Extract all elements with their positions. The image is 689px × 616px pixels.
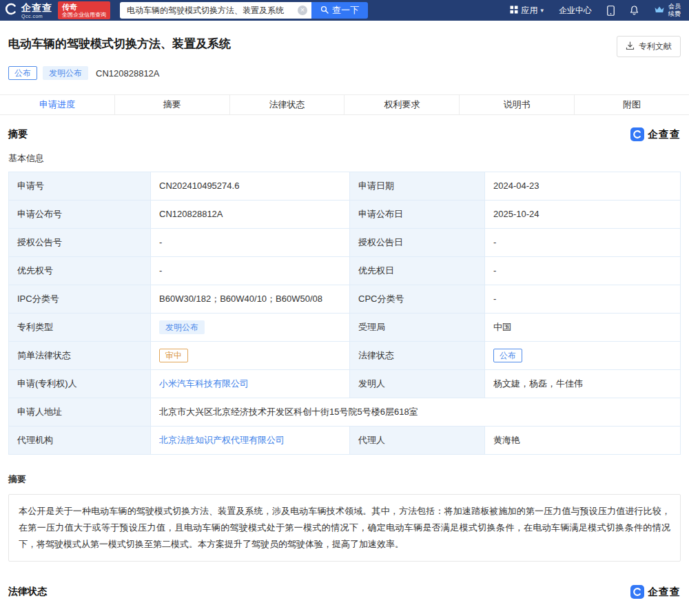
field-label: CPC分类号	[349, 285, 484, 313]
section-title-legal: 法律状态	[8, 586, 47, 598]
agency-link[interactable]: 北京法胜知识产权代理有限公司	[159, 434, 285, 447]
table-row: 申请(专利权)人 小米汽车科技有限公司 发明人 杨文婕，杨磊，牛佳伟	[9, 369, 680, 398]
tab-claims[interactable]: 权利要求	[344, 95, 459, 114]
field-label: 申请公布号	[9, 201, 150, 228]
tab-abstract[interactable]: 摘要	[114, 95, 229, 114]
field-label: 申请号	[9, 172, 150, 200]
field-value: 中国	[484, 314, 680, 341]
field-value: -	[484, 285, 680, 313]
table-row: 申请人地址 北京市大兴区北京经济技术开发区科创十街15号院5号楼6层618室	[9, 398, 680, 426]
field-value: -	[484, 257, 680, 285]
section-title-abstract: 摘要	[8, 128, 28, 141]
field-value: 北京市大兴区北京经济技术开发区科创十街15号院5号楼6层618室	[150, 398, 680, 426]
qcc-brand-icon	[630, 585, 644, 599]
search-button-label: 查一下	[332, 4, 359, 17]
field-value: -	[150, 257, 349, 285]
detail-tabs: 申请进度 摘要 法律状态 权利要求 说明书 附图	[0, 94, 689, 115]
field-value: CN120828812A	[150, 201, 349, 228]
abstract-text: 本公开是关于一种电动车辆的驾驶模式切换方法、装置及系统，涉及电动车辆技术领域。其…	[8, 494, 681, 562]
type-tag-invention: 发明公布	[43, 66, 88, 80]
field-label: 优先权号	[9, 257, 150, 285]
nav-apps-label: 应用	[521, 5, 537, 17]
field-value: -	[484, 229, 680, 256]
qcc-watermark: 企查查	[630, 127, 681, 141]
title-row: 电动车辆的驾驶模式切换方法、装置及系统 专利文献	[8, 36, 681, 57]
field-value: 发明公布	[150, 314, 349, 341]
field-value: 2024-04-23	[484, 172, 680, 200]
field-value: -	[150, 229, 349, 256]
search-input[interactable]	[120, 2, 311, 19]
mobile-app-icon[interactable]	[607, 6, 615, 16]
field-value: CN202410495274.6	[150, 172, 349, 200]
patent-type-tag: 发明公布	[159, 320, 205, 334]
field-label: IPC分类号	[9, 285, 150, 313]
tab-description[interactable]: 说明书	[459, 95, 574, 114]
field-value: 杨文婕，杨磊，牛佳伟	[484, 370, 680, 398]
field-value: 黄海艳	[484, 427, 680, 454]
member-line2: 续费	[668, 10, 681, 18]
member-renew-button[interactable]: 会员 续费	[654, 3, 681, 18]
field-value: 公布	[484, 342, 680, 369]
vip-crown-icon	[654, 5, 665, 17]
qcc-brand-icon	[630, 127, 644, 141]
abstract-section-head: 摘要 企查查	[8, 127, 681, 141]
field-label: 受理局	[349, 314, 484, 341]
field-value: 审中	[150, 342, 349, 369]
legal-status-tag: 公布	[493, 349, 522, 362]
member-line1: 会员	[668, 3, 681, 10]
patent-document-button[interactable]: 专利文献	[617, 36, 681, 57]
field-label: 法律状态	[349, 342, 484, 369]
chevron-down-icon: ▾	[540, 7, 544, 14]
field-label: 申请人地址	[9, 398, 150, 426]
table-row: IPC分类号 B60W30/182；B60W40/10；B60W50/08 CP…	[9, 285, 680, 313]
qcc-brand-text: 企查查	[648, 586, 681, 599]
notification-bell-icon[interactable]	[630, 6, 639, 15]
top-nav: 应用 ▾ 企业中心 会员 续费	[510, 3, 685, 18]
qcc-brand-text: 企查查	[648, 128, 681, 141]
search-icon	[320, 6, 329, 16]
table-row: 申请号 CN202410495274.6 申请日期 2024-04-23	[9, 172, 680, 200]
table-row: 优先权号 - 优先权日 -	[9, 256, 680, 285]
header-ad-badge: 传奇 全国企业信用查询	[58, 1, 110, 19]
header-search: × 查一下	[120, 2, 368, 19]
ad-badge-line1: 传奇	[62, 3, 106, 12]
clear-icon[interactable]: ×	[298, 6, 307, 15]
tab-legal-status[interactable]: 法律状态	[229, 95, 344, 114]
qcc-watermark: 企查查	[630, 585, 681, 599]
field-value: 北京法胜知识产权代理有限公司	[150, 427, 349, 454]
page-title: 电动车辆的驾驶模式切换方法、装置及系统	[8, 36, 231, 52]
ad-badge-line2: 全国企业信用查询	[62, 12, 106, 18]
field-label: 申请公布日	[349, 201, 484, 228]
field-value: B60W30/182；B60W40/10；B60W50/08	[150, 285, 349, 313]
apps-grid-icon	[510, 6, 518, 16]
tab-drawings[interactable]: 附图	[574, 95, 689, 114]
applicant-link[interactable]: 小米汽车科技有限公司	[159, 378, 249, 391]
basic-info-label: 基本信息	[8, 152, 681, 165]
patent-document-label: 专利文献	[639, 41, 672, 52]
field-value: 小米汽车科技有限公司	[150, 370, 349, 398]
status-tag-publish: 公布	[8, 66, 37, 80]
field-label: 代理机构	[9, 427, 150, 454]
qcc-logo[interactable]: 企查查 Qcc.com	[4, 2, 52, 19]
table-row: 代理机构 北京法胜知识产权代理有限公司 代理人 黄海艳	[9, 426, 680, 454]
patent-number: CN120828812A	[96, 68, 160, 79]
field-label: 发明人	[349, 370, 484, 398]
field-label: 专利类型	[9, 314, 150, 341]
field-label: 授权公告号	[9, 229, 150, 256]
tag-row: 公布 发明公布 CN120828812A	[8, 66, 681, 80]
table-row: 授权公告号 - 授权公告日 -	[9, 228, 680, 256]
nav-apps[interactable]: 应用 ▾	[510, 5, 544, 17]
logo-name: 企查查	[21, 3, 52, 12]
field-label: 申请日期	[349, 172, 484, 200]
qcc-logo-icon	[4, 2, 18, 19]
nav-enterprise-center[interactable]: 企业中心	[559, 5, 592, 17]
top-header: 企查查 Qcc.com 传奇 全国企业信用查询 × 查一下 应用 ▾ 企业中心	[0, 0, 689, 21]
nav-enterprise-label: 企业中心	[559, 5, 592, 17]
logo-domain: Qcc.com	[21, 14, 52, 19]
tab-application-progress[interactable]: 申请进度	[0, 95, 114, 114]
abstract-label: 摘要	[8, 473, 681, 486]
field-label: 代理人	[349, 427, 484, 454]
search-button[interactable]: 查一下	[311, 2, 368, 19]
table-row: 简单法律状态 审中 法律状态 公布	[9, 341, 680, 369]
field-value: 2025-10-24	[484, 201, 680, 228]
